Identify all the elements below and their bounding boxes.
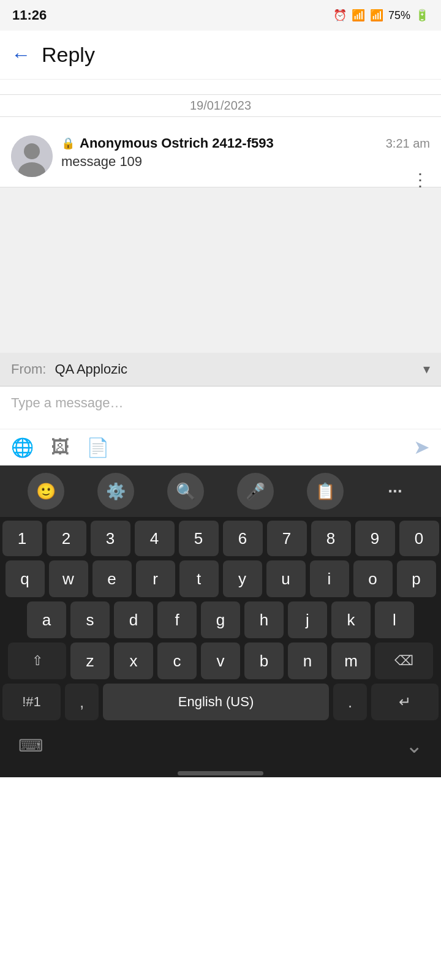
qwerty-row: q w e r t y u i o p [2,560,439,597]
from-row[interactable]: From: QA Applozic ▾ [0,353,441,386]
key-b[interactable]: b [244,643,284,679]
keyboard: 1 2 3 4 5 6 7 8 9 0 q w e r t y u i o p … [0,517,441,727]
asdf-row: a s d f g h j k l [2,601,439,638]
sender-name: Anonymous Ostrich 2412-f593 [80,135,274,151]
status-time: 11:26 [12,7,47,23]
message-text: message 109 [61,154,430,170]
key-s[interactable]: s [70,601,110,638]
key-1[interactable]: 1 [2,521,42,556]
key-c[interactable]: c [157,643,197,679]
key-0[interactable]: 0 [399,521,439,556]
divider-line [0,94,441,95]
key-6[interactable]: 6 [223,521,263,556]
keyboard-hide-button[interactable]: ⌄ [405,733,423,758]
status-bar: 11:26 ⏰ 📶 📶 75% 🔋 [0,0,441,31]
clipboard-button[interactable]: 📋 [307,473,344,510]
from-value: QA Applozic [55,361,423,377]
key-w[interactable]: w [49,560,88,597]
backspace-key[interactable]: ⌫ [375,643,433,679]
alarm-icon: ⏰ [333,9,347,22]
period-key[interactable]: . [333,684,367,720]
key-u[interactable]: u [266,560,306,597]
header: ← Reply [0,31,441,80]
key-d[interactable]: d [114,601,153,638]
page-title: Reply [42,43,95,67]
bottom-row: !#1 , English (US) . ↵ [2,684,439,720]
key-t[interactable]: t [179,560,219,597]
wifi-icon: 📶 [352,9,365,22]
key-q[interactable]: q [6,560,45,597]
space-key[interactable]: English (US) [103,684,329,720]
key-j[interactable]: j [288,601,327,638]
avatar [11,135,53,177]
date-label: 19/01/2023 [190,99,251,112]
key-8[interactable]: 8 [311,521,351,556]
key-7[interactable]: 7 [267,521,307,556]
back-button[interactable]: ← [11,43,31,66]
key-4[interactable]: 4 [135,521,175,556]
divider-line2 [0,116,441,117]
key-k[interactable]: k [331,601,371,638]
key-f[interactable]: f [157,601,197,638]
message-placeholder: Type a message… [11,395,123,410]
key-9[interactable]: 9 [355,521,395,556]
key-i[interactable]: i [310,560,349,597]
key-2[interactable]: 2 [47,521,86,556]
return-key[interactable]: ↵ [371,684,439,720]
message-header-row: 🔒 Anonymous Ostrich 2412-f593 3:21 am [61,135,430,151]
key-o[interactable]: o [353,560,393,597]
keyboard-bottom-bar: ⌨ ⌄ [0,727,441,769]
shift-key[interactable]: ⇧ [8,643,66,679]
key-5[interactable]: 5 [179,521,219,556]
microphone-button[interactable]: 🎤 [237,473,274,510]
lock-icon: 🔒 [61,137,75,150]
key-l[interactable]: l [375,601,414,638]
more-options-button[interactable]: ⋮ [412,170,430,190]
globe-icon[interactable]: 🌐 [11,437,34,458]
keyboard-top-bar: 🙂 ⚙️ 🔍 🎤 📋 ··· [0,466,441,517]
key-x[interactable]: x [114,643,153,679]
zxcv-row: ⇧ z x c v b n m ⌫ [2,643,439,679]
key-g[interactable]: g [201,601,240,638]
key-a[interactable]: a [27,601,66,638]
compose-area [0,187,441,353]
key-h[interactable]: h [244,601,284,638]
toolbar: 🌐 🖼 📄 ➤ [0,429,441,466]
from-label: From: [11,361,46,377]
navigation-bar [0,769,441,777]
symbols-key[interactable]: !#1 [2,684,61,720]
nav-pill [178,771,263,775]
image-icon[interactable]: 🖼 [51,437,69,458]
key-n[interactable]: n [288,643,327,679]
key-y[interactable]: y [223,560,262,597]
message-content: 🔒 Anonymous Ostrich 2412-f593 3:21 am me… [61,135,430,170]
key-z[interactable]: z [70,643,110,679]
message-input-area[interactable]: Type a message… [0,386,441,429]
settings-button[interactable]: ⚙️ [97,473,134,510]
message-time: 3:21 am [386,137,430,151]
number-row: 1 2 3 4 5 6 7 8 9 0 [2,521,439,556]
status-icons: ⏰ 📶 📶 75% 🔋 [333,9,429,22]
sender-row: 🔒 Anonymous Ostrich 2412-f593 [61,135,274,151]
search-button[interactable]: 🔍 [167,473,204,510]
battery-icon: 🔋 [415,9,429,22]
signal-icon: 📶 [370,9,383,22]
document-icon[interactable]: 📄 [86,437,109,458]
key-p[interactable]: p [397,560,436,597]
keyboard-grid-icon[interactable]: ⌨ [18,736,43,756]
comma-key[interactable]: , [65,684,99,720]
key-3[interactable]: 3 [91,521,130,556]
send-button[interactable]: ➤ [413,435,430,459]
battery-text: 75% [388,9,410,22]
key-e[interactable]: e [92,560,132,597]
date-separator: 19/01/2023 [0,80,441,127]
chevron-down-icon: ▾ [423,361,430,377]
key-m[interactable]: m [331,643,371,679]
more-keyboard-button[interactable]: ··· [377,481,413,501]
key-v[interactable]: v [201,643,240,679]
svg-point-1 [24,143,40,159]
key-r[interactable]: r [136,560,175,597]
emoji-button[interactable]: 🙂 [28,473,64,510]
message-item: 🔒 Anonymous Ostrich 2412-f593 3:21 am me… [0,127,441,181]
